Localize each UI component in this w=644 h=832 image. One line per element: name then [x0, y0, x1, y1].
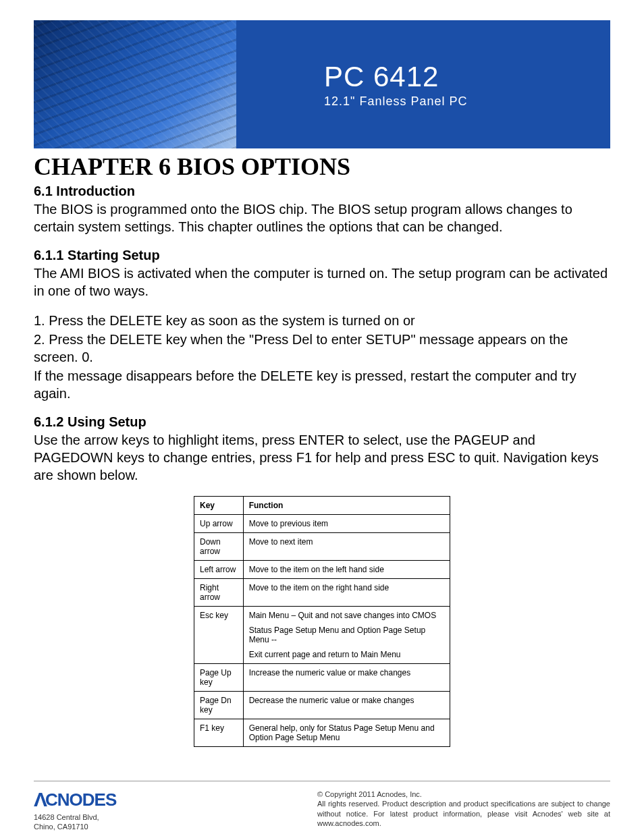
header-banner: PC 6412 12.1" Fanless Panel PC	[34, 20, 610, 148]
table-cell-key: F1 key	[194, 719, 244, 747]
table-row: Page Dn key Decrease the numeric value o…	[194, 692, 450, 719]
table-header-function: Function	[243, 497, 450, 515]
table-cell-key: Page Dn key	[194, 692, 244, 719]
section-starting-item2: 2. Press the DELETE key when the "Press …	[34, 331, 610, 366]
table-cell-func: Move to the item on the left hand side	[243, 561, 450, 579]
table-row: Right arrow Move to the item on the righ…	[194, 579, 450, 607]
table-row: Up arrow Move to previous item	[194, 515, 450, 533]
table-header-key: Key	[194, 497, 244, 515]
table-row: Left arrow Move to the item on the left …	[194, 561, 450, 579]
navigation-keys-table: Key Function Up arrow Move to previous i…	[194, 496, 450, 747]
table-cell-func: Move to previous item	[243, 515, 450, 533]
footer: ΛCNODES 14628 Central Blvd, Chino, CA917…	[34, 781, 610, 832]
table-cell-key: Page Up key	[194, 664, 244, 692]
table-row: Down arrow Move to next item	[194, 533, 450, 561]
table-cell-func: Increase the numeric value or make chang…	[243, 664, 450, 692]
product-title: PC 6412	[324, 61, 610, 93]
table-row: F1 key General help, only for Status Pag…	[194, 719, 450, 747]
footer-logo: ΛCNODES	[34, 788, 290, 811]
section-starting-text2: If the message disappears before the DEL…	[34, 367, 610, 402]
chapter-title: CHAPTER 6 BIOS OPTIONS	[34, 152, 610, 181]
table-cell-key: Left arrow	[194, 561, 244, 579]
footer-address-line2: Chino, CA91710	[34, 822, 290, 831]
banner-image	[34, 20, 236, 148]
table-cell-func: Decrease the numeric value or make chang…	[243, 692, 450, 719]
table-cell-key: Right arrow	[194, 579, 244, 607]
section-using-heading: 6.1.2 Using Setup	[34, 414, 610, 430]
table-cell-key: Down arrow	[194, 533, 244, 561]
section-starting-heading: 6.1.1 Starting Setup	[34, 248, 610, 263]
table-cell-func: Move to the item on the right hand side	[243, 579, 450, 607]
section-starting-text1: The AMI BIOS is activated when the compu…	[34, 265, 610, 300]
section-intro-text: The BIOS is programmed onto the BIOS chi…	[34, 200, 610, 235]
esc-line-3: Exit current page and return to Main Men…	[249, 650, 444, 659]
footer-copyright: © Copyright 2011 Acnodes, Inc.	[317, 789, 610, 799]
section-starting-item1: 1. Press the DELETE key as soon as the s…	[34, 312, 610, 329]
section-intro-heading: 6.1 Introduction	[34, 184, 610, 199]
table-cell-func: Main Menu – Quit and not save changes in…	[243, 607, 450, 664]
footer-rights: All rights reserved. Product description…	[317, 799, 610, 828]
esc-line-2: Status Page Setup Menu and Option Page S…	[249, 626, 444, 644]
table-cell-key: Up arrow	[194, 515, 244, 533]
product-subtitle: 12.1" Fanless Panel PC	[324, 94, 610, 109]
table-cell-key: Esc key	[194, 607, 244, 664]
table-row: Page Up key Increase the numeric value o…	[194, 664, 450, 692]
table-cell-func: Move to next item	[243, 533, 450, 561]
esc-line-1: Main Menu – Quit and not save changes in…	[249, 611, 444, 620]
logo-text: CNODES	[45, 789, 116, 810]
footer-address-line1: 14628 Central Blvd,	[34, 812, 290, 822]
table-cell-func: General help, only for Status Page Setup…	[243, 719, 450, 747]
section-using-text: Use the arrow keys to highlight items, p…	[34, 431, 610, 484]
table-row: Esc key Main Menu – Quit and not save ch…	[194, 607, 450, 664]
